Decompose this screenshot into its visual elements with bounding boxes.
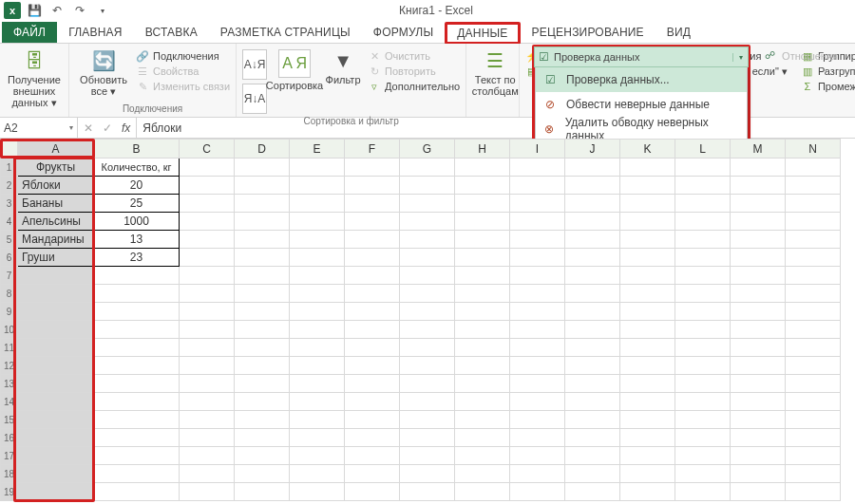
cell[interactable] [235,249,290,267]
data-validation-split-button[interactable]: ☑ Проверка данных ▾ ☍Отношения [534,47,749,67]
cell[interactable] [345,483,400,501]
cell[interactable] [180,231,235,249]
cell[interactable] [180,195,235,213]
cell[interactable] [510,249,565,267]
cell[interactable] [675,159,731,177]
cell[interactable] [620,267,675,285]
col-header[interactable]: F [345,140,400,159]
cell[interactable] [400,249,455,267]
cell[interactable] [290,339,345,357]
cell[interactable] [455,195,510,213]
cell[interactable] [400,465,455,483]
cell[interactable] [510,357,565,375]
cell[interactable] [180,483,235,501]
cell[interactable] [565,285,620,303]
sort-asc-button[interactable]: A↓Я [242,49,267,80]
cell[interactable] [620,375,675,393]
undo-icon[interactable]: ↶ [48,2,66,19]
row-header[interactable]: 2 [1,177,18,195]
cell[interactable] [180,429,235,447]
row-header[interactable]: 18 [1,465,18,483]
row-header[interactable]: 17 [1,447,18,465]
cell[interactable] [345,429,400,447]
redo-icon[interactable]: ↷ [70,2,89,19]
cell[interactable] [455,465,510,483]
cell[interactable] [620,213,675,231]
cell[interactable] [510,213,565,231]
cell[interactable] [786,465,841,483]
col-header[interactable]: J [565,140,620,159]
cell[interactable] [290,411,345,429]
cell[interactable] [731,393,786,411]
col-header[interactable]: H [455,140,510,159]
cell[interactable]: 20 [94,177,180,195]
row-header[interactable]: 15 [1,411,18,429]
col-header-B[interactable]: B [94,140,180,159]
cell[interactable] [455,285,510,303]
cell[interactable] [510,429,565,447]
cell[interactable] [455,159,510,177]
cell[interactable] [18,339,94,357]
cell[interactable] [18,447,94,465]
cell[interactable] [455,231,510,249]
cell[interactable] [565,249,620,267]
cell[interactable] [786,177,841,195]
cell[interactable] [345,465,400,483]
name-box[interactable]: A2 ▾ [0,118,78,138]
cell[interactable] [731,465,786,483]
cell[interactable] [565,321,620,339]
cell[interactable] [675,195,731,213]
cell[interactable] [235,195,290,213]
cell[interactable] [786,195,841,213]
cell[interactable] [94,357,180,375]
cell[interactable] [510,393,565,411]
filter-button[interactable]: ▼ Фильтр [322,47,364,85]
cell[interactable] [235,483,290,501]
cell[interactable] [455,483,510,501]
cell[interactable]: 25 [94,195,180,213]
cell[interactable] [235,465,290,483]
cell[interactable] [510,195,565,213]
subtotal-button[interactable]: ΣПромежуточные [801,80,855,93]
cell[interactable] [675,339,731,357]
cell[interactable] [235,447,290,465]
cell[interactable] [565,177,620,195]
cell[interactable] [731,285,786,303]
cell[interactable] [94,483,180,501]
cell[interactable] [786,213,841,231]
cell[interactable] [290,375,345,393]
cell[interactable] [180,447,235,465]
cell[interactable] [620,465,675,483]
cell[interactable] [731,213,786,231]
cell[interactable] [786,357,841,375]
cell[interactable] [510,321,565,339]
cell[interactable] [345,249,400,267]
cell[interactable] [400,195,455,213]
cell[interactable] [94,339,180,357]
cell[interactable] [345,303,400,321]
cell[interactable] [565,429,620,447]
save-icon[interactable]: 💾 [25,2,44,19]
cell[interactable] [455,429,510,447]
cell[interactable]: Количество, кг [94,159,180,177]
cell[interactable] [620,321,675,339]
cell[interactable] [18,321,94,339]
cell[interactable] [510,285,565,303]
cell[interactable] [180,177,235,195]
cell[interactable] [290,267,345,285]
cell[interactable] [290,357,345,375]
cell[interactable] [675,285,731,303]
col-header[interactable]: I [510,140,565,159]
col-header[interactable]: N [786,140,841,159]
cell[interactable] [675,267,731,285]
cell[interactable] [18,357,94,375]
cell[interactable]: Груши [18,249,94,267]
qat-customize-icon[interactable]: ▾ [93,2,112,19]
cell[interactable] [345,357,400,375]
cell[interactable] [565,195,620,213]
get-external-data-button[interactable]: 🗄 Получение внешних данных ▾ [6,47,63,108]
cell[interactable] [94,285,180,303]
cell[interactable] [620,357,675,375]
cell[interactable] [510,483,565,501]
cell[interactable] [18,393,94,411]
